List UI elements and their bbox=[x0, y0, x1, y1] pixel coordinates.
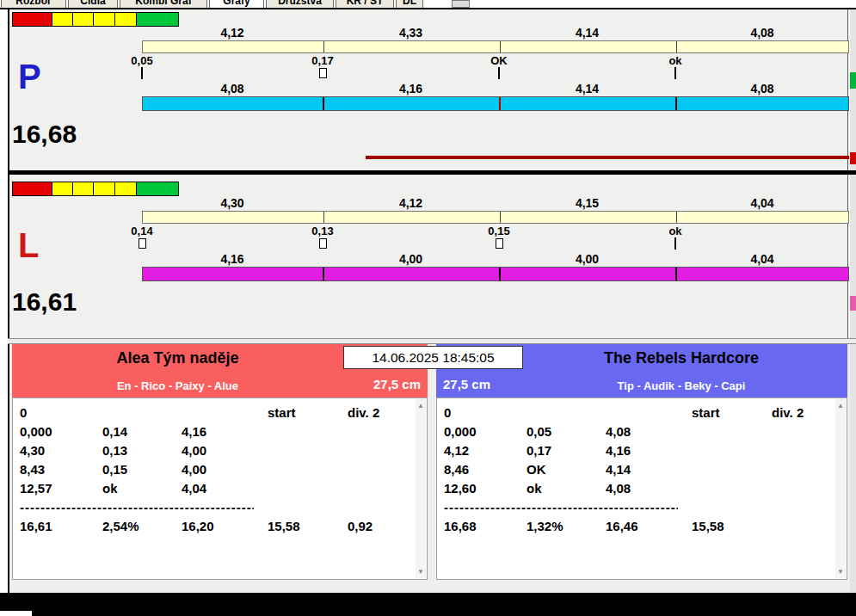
table-row: 0,000 0,05 4,08 bbox=[444, 422, 847, 441]
table-row: 8,43 0,15 4,00 bbox=[20, 460, 427, 479]
mark-label: 0,14 bbox=[108, 225, 176, 237]
table-totals-row: 16,68 1,32% 16,46 15,58 bbox=[444, 517, 847, 536]
paddle-size: 27,5 cm bbox=[373, 377, 421, 391]
zone-yellow bbox=[114, 182, 137, 196]
split-value: 4,16 bbox=[323, 83, 499, 95]
mark-label: 0,15 bbox=[465, 225, 533, 237]
bar-divider bbox=[675, 97, 677, 110]
zone-yellow bbox=[93, 12, 115, 27]
upper-values-row: 4,30 4,12 4,15 4,04 bbox=[142, 197, 849, 210]
tick-box bbox=[496, 238, 503, 249]
tick-line bbox=[141, 67, 143, 79]
bar-divider bbox=[676, 212, 677, 223]
zone-color-strip bbox=[13, 182, 179, 196]
table-header-row: 0 start div. 2 bbox=[444, 403, 847, 422]
mark-label: 0,13 bbox=[288, 225, 357, 237]
zone-yellow bbox=[114, 12, 137, 27]
graph-panel-l: L 16,61 4,30 4,12 4,15 4,04 0,14 0,13 0,… bbox=[9, 175, 848, 338]
bar-divider bbox=[323, 41, 324, 52]
col-start: start bbox=[268, 403, 348, 422]
bar-divider bbox=[323, 212, 324, 223]
table-row: 0,000 0,14 4,16 bbox=[20, 422, 427, 441]
zone-color-strip bbox=[13, 12, 179, 27]
finish-marker-line bbox=[366, 156, 849, 159]
lower-split-bar bbox=[142, 96, 849, 111]
zone-green bbox=[136, 12, 179, 27]
splits-table-left: 0 start div. 2 0,000 0,14 4,16 4,30 0,13… bbox=[12, 397, 428, 580]
split-value: 4,04 bbox=[675, 253, 849, 266]
table-row: 8,46 OK 4,14 bbox=[444, 460, 847, 479]
split-value: 4,30 bbox=[142, 197, 323, 210]
table-row: 12,60 ok 4,08 bbox=[444, 479, 847, 498]
upper-split-bar bbox=[142, 211, 849, 224]
table-totals-row: 16,61 2,54% 16,20 15,58 0,92 bbox=[20, 517, 427, 536]
tick-line bbox=[674, 67, 676, 79]
mark-label: 0,17 bbox=[288, 55, 357, 66]
tick-box bbox=[319, 238, 327, 249]
mark-label: ok bbox=[641, 225, 710, 237]
scroll-down-icon[interactable]: ▼ bbox=[416, 568, 426, 576]
table-row: 12,57 ok 4,04 bbox=[20, 479, 427, 498]
tick-line bbox=[498, 67, 500, 79]
split-value: 4,15 bbox=[499, 197, 675, 210]
tick-line bbox=[674, 237, 676, 249]
bottom-white-notch bbox=[0, 611, 32, 616]
zone-red bbox=[12, 12, 52, 27]
split-value: 4,14 bbox=[499, 27, 675, 40]
splits-table-right: 0 start div. 2 0,000 0,05 4,08 4,12 0,17… bbox=[436, 397, 847, 580]
split-value: 4,08 bbox=[675, 83, 849, 95]
split-value: 4,00 bbox=[323, 253, 499, 266]
zone-yellow bbox=[93, 182, 115, 196]
bottom-black-bar bbox=[0, 593, 856, 616]
mark-ticks-row bbox=[142, 237, 849, 251]
upper-values-row: 4,12 4,33 4,14 4,08 bbox=[142, 27, 849, 40]
edge-strip-green bbox=[850, 72, 856, 89]
bar-divider bbox=[500, 212, 501, 223]
mark-label: 0,05 bbox=[108, 55, 176, 66]
splits-graph-p: 4,12 4,33 4,14 4,08 0,05 0,17 OK ok bbox=[142, 27, 849, 111]
mark-ticks-row bbox=[142, 67, 849, 81]
zone-yellow bbox=[72, 182, 94, 196]
scrollbar[interactable]: ▲ ▼ bbox=[416, 399, 426, 578]
upper-split-bar bbox=[142, 40, 849, 53]
total-time-l: 16,61 bbox=[12, 289, 77, 315]
zone-green bbox=[136, 182, 179, 196]
team-card-left: Alea Tým naděje En - Rico - Paixy - Alue… bbox=[12, 344, 428, 580]
team-card-right: The Rebels Hardcore Tip - Audik - Beky -… bbox=[436, 344, 847, 580]
col-zero: 0 bbox=[20, 403, 102, 422]
scrollbar[interactable]: ▲ ▼ bbox=[835, 399, 846, 578]
zone-yellow bbox=[52, 12, 73, 27]
bar-divider bbox=[500, 41, 501, 52]
bar-divider bbox=[676, 41, 677, 52]
lower-values-row: 4,08 4,16 4,14 4,08 bbox=[142, 83, 849, 95]
titlebar-button[interactable] bbox=[452, 0, 470, 8]
split-value: 4,12 bbox=[142, 27, 323, 40]
zone-yellow bbox=[52, 182, 73, 196]
table-separator: ----------------------------------------… bbox=[20, 498, 427, 517]
split-value: 4,33 bbox=[323, 27, 499, 40]
scroll-down-icon[interactable]: ▼ bbox=[835, 568, 846, 576]
table-header-row: 0 start div. 2 bbox=[20, 403, 427, 422]
team-crew: En - Rico - Paixy - Alue bbox=[12, 379, 343, 392]
table-row: 4,30 0,13 4,00 bbox=[20, 441, 427, 460]
edge-strip-red bbox=[850, 152, 856, 164]
col-div2: div. 2 bbox=[772, 403, 841, 422]
zone-red bbox=[12, 182, 52, 196]
section-gap bbox=[8, 338, 856, 344]
lower-values-row: 4,16 4,00 4,00 4,04 bbox=[142, 253, 849, 266]
team-name: Alea Tým naděje bbox=[12, 349, 343, 367]
scroll-up-icon[interactable]: ▲ bbox=[416, 402, 426, 410]
app-window: Rozbor Čidla Kombi Graf Grafy Družstva K… bbox=[0, 0, 856, 616]
split-value: 4,14 bbox=[499, 83, 675, 95]
tick-box bbox=[319, 68, 327, 78]
split-value: 4,12 bbox=[323, 197, 499, 210]
mark-labels-row: 0,14 0,13 0,15 ok bbox=[142, 225, 849, 237]
split-value: 4,00 bbox=[499, 253, 675, 266]
mark-label: ok bbox=[641, 55, 710, 66]
total-time-p: 16,68 bbox=[12, 121, 77, 147]
lower-split-bar bbox=[142, 267, 849, 281]
bar-divider bbox=[323, 97, 324, 110]
zone-yellow bbox=[72, 12, 94, 27]
split-value: 4,16 bbox=[142, 253, 323, 266]
scroll-up-icon[interactable]: ▲ bbox=[835, 402, 846, 410]
